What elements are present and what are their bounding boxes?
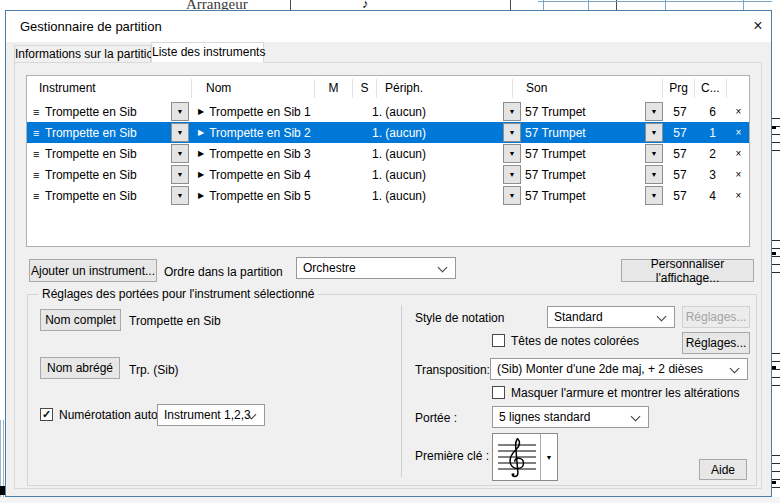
remove-row-icon[interactable]: × [728, 143, 749, 164]
staff-type-value: 5 lignes standard [499, 410, 590, 424]
sound-value: 57 Trumpet [525, 189, 645, 203]
mute-cell[interactable] [324, 185, 350, 206]
staff-settings-group: Réglages des portées pour l'instrument s… [27, 294, 757, 486]
close-icon[interactable]: × [746, 16, 770, 37]
colored-noteheads-checkbox[interactable] [492, 334, 505, 347]
instrument-value: Trompette en Sib [45, 168, 171, 182]
toolbar-divider [290, 0, 291, 10]
treble-clef-icon [493, 434, 540, 480]
device-dropdown-button[interactable]: ▼ [503, 123, 521, 142]
header-spacer [727, 79, 747, 98]
customize-view-button[interactable]: Personnaliser l'affichage... [621, 259, 754, 282]
auto-numbering-checkbox[interactable]: ✓ [40, 408, 53, 421]
program-value: 57 [664, 101, 696, 122]
table-row[interactable]: ≡Trompette en Sib▼ ▶Trompette en Sib 4 1… [27, 164, 749, 185]
background-bottom [0, 497, 780, 503]
remove-row-icon[interactable]: × [728, 164, 749, 185]
channel-value: 3 [696, 164, 728, 185]
device-dropdown-button[interactable]: ▼ [503, 165, 521, 184]
table-row[interactable]: ≡Trompette en Sib▼ ▶Trompette en Sib 3 1… [27, 143, 749, 164]
sound-dropdown-button[interactable]: ▼ [645, 165, 663, 184]
instrument-dropdown-button[interactable]: ▼ [171, 186, 189, 205]
drag-handle-icon[interactable]: ≡ [33, 127, 45, 139]
drag-handle-icon[interactable]: ≡ [33, 106, 45, 118]
remove-row-icon[interactable]: × [728, 185, 749, 206]
device-dropdown-button[interactable]: ▼ [503, 102, 521, 121]
toolbar-border [538, 1, 772, 2]
auto-numbering-select[interactable]: Instrument 1,2,3 [157, 404, 265, 426]
add-instrument-button[interactable]: Ajouter un instrument... [29, 259, 157, 282]
device-value: 1. (aucun) [372, 105, 503, 119]
dropdown-arrow-icon: ▼ [509, 108, 516, 115]
chevron-down-icon [631, 412, 641, 422]
colored-noteheads-settings-button[interactable]: Réglages... [682, 332, 750, 354]
staff-type-label: Portée : [415, 411, 457, 425]
sound-dropdown-button[interactable]: ▼ [645, 123, 663, 142]
table-row[interactable]: ≡Trompette en Sib▼ ▶Trompette en Sib 5 1… [27, 185, 749, 206]
score-order-select[interactable]: Orchestre [296, 257, 456, 279]
drag-handle-icon[interactable]: ≡ [33, 169, 45, 181]
mute-cell[interactable] [324, 101, 350, 122]
mute-cell[interactable] [324, 164, 350, 185]
clef-dropdown-button[interactable]: ▼ [540, 434, 557, 480]
instrument-dropdown-button[interactable]: ▼ [171, 102, 189, 121]
hide-key-signature-label: Masquer l'armure et montrer les altérati… [511, 386, 739, 400]
toolbar-divider [510, 0, 511, 10]
instrument-value: Trompette en Sib [45, 105, 171, 119]
hide-key-signature-checkbox[interactable] [492, 386, 505, 399]
program-value: 57 [664, 185, 696, 206]
toolbar-border [588, 0, 589, 10]
abbreviated-name-button[interactable]: Nom abrégé [40, 357, 120, 379]
first-clef-button[interactable]: ▼ [492, 433, 558, 481]
device-dropdown-button[interactable]: ▼ [503, 186, 521, 205]
notation-style-value: Standard [554, 310, 603, 324]
staff-name-value: Trompette en Sib 4 [209, 168, 324, 182]
tab-score-info[interactable]: Informations sur la partition [14, 45, 151, 63]
staff-type-select[interactable]: 5 lignes standard [492, 406, 649, 428]
full-name-button[interactable]: Nom complet [40, 309, 121, 331]
music-note-icon: ♪ [362, 0, 369, 10]
sound-dropdown-button[interactable]: ▼ [645, 186, 663, 205]
sound-dropdown-button[interactable]: ▼ [645, 102, 663, 121]
screen: Arrangeur ♪ Gestionnaire de partition × [0, 0, 780, 503]
remove-row-icon[interactable]: × [728, 101, 749, 122]
dropdown-arrow-icon: ▼ [509, 171, 516, 178]
instrument-dropdown-button[interactable]: ▼ [171, 165, 189, 184]
transposition-select[interactable]: (Sib) Monter d'une 2de maj, + 2 dièses [490, 358, 748, 380]
remove-row-icon[interactable]: × [728, 122, 749, 143]
device-dropdown-button[interactable]: ▼ [503, 144, 521, 163]
notation-style-settings-button: Réglages... [682, 306, 750, 328]
table-row-selected[interactable]: ≡Trompette en Sib▼ ▶Trompette en Sib 2 1… [27, 122, 749, 143]
mute-cell[interactable] [324, 122, 350, 143]
instrument-value: Trompette en Sib [45, 147, 171, 161]
group-divider [401, 305, 402, 477]
notation-style-select[interactable]: Standard [547, 306, 675, 328]
sound-dropdown-button[interactable]: ▼ [645, 144, 663, 163]
device-value: 1. (aucun) [372, 168, 503, 182]
instrument-dropdown-button[interactable]: ▼ [171, 123, 189, 142]
instrument-value: Trompette en Sib [45, 126, 171, 140]
dropdown-arrow-icon: ▼ [509, 192, 516, 199]
help-button[interactable]: Aide [699, 459, 747, 480]
dropdown-arrow-icon: ▼ [651, 150, 658, 157]
mute-cell[interactable] [324, 143, 350, 164]
play-icon[interactable]: ▶ [198, 149, 204, 158]
score-order-label: Ordre dans la partition [164, 265, 283, 279]
staff-name-value: Trompette en Sib 3 [209, 147, 324, 161]
play-icon[interactable]: ▶ [198, 107, 204, 116]
header-periph: Périph. [377, 79, 513, 98]
transposition-value: (Sib) Monter d'une 2de maj, + 2 dièses [497, 362, 703, 376]
drag-handle-icon[interactable]: ≡ [33, 190, 45, 202]
drag-handle-icon[interactable]: ≡ [33, 148, 45, 160]
table-row[interactable]: ≡Trompette en Sib▼ ▶Trompette en Sib 1 1… [27, 101, 749, 122]
play-icon[interactable]: ▶ [198, 191, 204, 200]
play-icon[interactable]: ▶ [198, 170, 204, 179]
play-icon[interactable]: ▶ [198, 128, 204, 137]
header-canal: C... [695, 79, 727, 98]
chevron-down-icon [730, 364, 740, 374]
dropdown-arrow-icon: ▼ [651, 192, 658, 199]
header-s: S [353, 79, 377, 98]
tab-instrument-list[interactable]: Liste des instruments [151, 42, 264, 63]
background-score-fragment [772, 10, 780, 497]
instrument-dropdown-button[interactable]: ▼ [171, 144, 189, 163]
